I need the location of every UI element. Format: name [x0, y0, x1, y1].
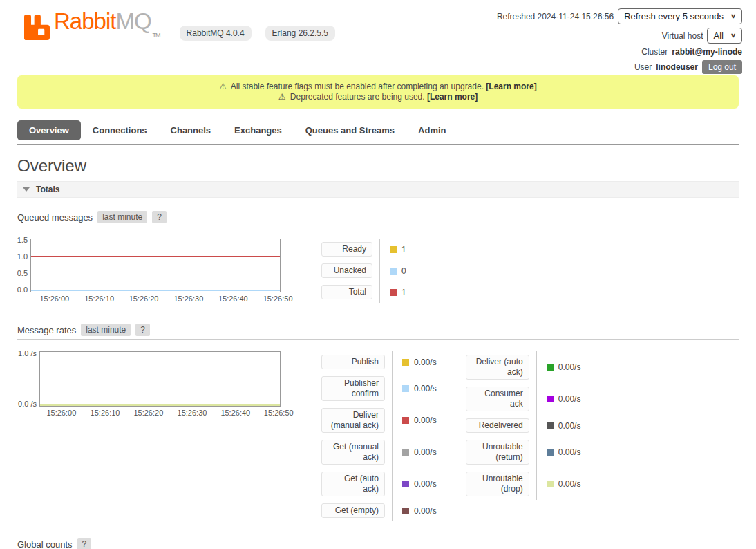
tab-queues-and-streams[interactable]: Queues and Streams	[294, 120, 406, 140]
x-tick: 15:26:30	[178, 409, 207, 417]
legend-swatch	[547, 481, 554, 487]
x-tick: 15:26:40	[218, 295, 248, 303]
x-tick: 15:26:10	[84, 295, 114, 303]
rates-help-icon[interactable]: ?	[135, 324, 150, 336]
legend-value: 1	[401, 245, 406, 254]
brand-wordmark: RabbitMQTM	[54, 8, 160, 48]
legend-value: 1	[401, 288, 406, 297]
message-rates-legend-left: Publish 0.00/s Publisher confirm 0.00/s …	[321, 351, 437, 521]
cluster-name: rabbit@my-linode	[672, 47, 742, 57]
legend-swatch	[390, 289, 397, 296]
chevron-down-icon: ∨	[730, 12, 736, 19]
legend-row: Ready 1	[321, 239, 406, 260]
legend-value: 0.00/s	[414, 384, 437, 393]
logout-button[interactable]: Log out	[702, 60, 742, 74]
legend-value: 0.00/s	[414, 357, 437, 367]
page-title: Overview	[17, 156, 739, 176]
rates-timespan-chip[interactable]: last minute	[81, 324, 131, 336]
legend-swatch	[390, 268, 397, 274]
legend-row: Unroutable (drop) 0.00/s	[466, 468, 581, 500]
refresh-interval-value: Refresh every 5 seconds	[624, 11, 724, 21]
legend-value: 0	[401, 266, 406, 276]
queued-timespan-chip[interactable]: last minute	[97, 211, 147, 223]
legend-label-deliver-manual-ack: Deliver (manual ack)	[321, 408, 385, 433]
legend-swatch	[547, 364, 554, 371]
tab-bar: Overview Connections Channels Exchanges …	[17, 120, 739, 145]
legend-row: Get (manual ack) 0.00/s	[321, 436, 437, 468]
rabbitmq-logo[interactable]: RabbitMQTM	[24, 8, 160, 48]
x-tick: 15:26:20	[133, 409, 163, 417]
legend-value: 0.00/s	[414, 416, 437, 425]
legend-value: 0.00/s	[414, 447, 437, 457]
message-rates-legend-right: Deliver (auto ack) 0.00/s Consumer ack 0…	[466, 351, 581, 500]
y-tick: 1.5	[17, 236, 28, 244]
legend-swatch	[390, 246, 397, 253]
legend-value: 0.00/s	[414, 479, 437, 489]
queued-messages-legend: Ready 1 Unacked 0 Total 1	[321, 239, 406, 303]
legend-label-get-empty: Get (empty)	[321, 503, 385, 518]
message-rates-chart: 1.0 /s 0.0 /s 15:26:00 15:26:10 15:26:20…	[17, 351, 308, 407]
totals-section-toggle[interactable]: Totals	[17, 181, 739, 198]
queued-messages-plot-area: 1.5 1.0 0.5 0.0 15:26:00 15:26:10 15:26:…	[30, 239, 281, 292]
message-rates-plot-area: 1.0 /s 0.0 /s 15:26:00 15:26:10 15:26:20…	[39, 351, 281, 407]
y-tick: 1.0	[17, 252, 28, 261]
rabbitmq-logo-icon	[24, 15, 50, 42]
tab-channels[interactable]: Channels	[159, 120, 223, 140]
y-tick: 0.0 /s	[18, 400, 37, 408]
queued-help-icon[interactable]: ?	[152, 211, 167, 223]
x-tick: 15:26:00	[39, 295, 69, 303]
legend-row: Total 1	[321, 281, 406, 303]
legend-row: Deliver (auto ack) 0.00/s	[466, 351, 581, 383]
banner-text: All stable feature flags must be enabled…	[231, 82, 484, 91]
unroutable-drop-series-line	[40, 404, 280, 406]
totals-label: Totals	[36, 185, 59, 194]
x-tick: 15:26:50	[264, 409, 294, 417]
tab-admin[interactable]: Admin	[406, 120, 457, 140]
virtual-host-value: All	[713, 30, 723, 41]
legend-label-redelivered: Redelivered	[466, 418, 529, 433]
legend-label-deliver-auto-ack: Deliver (auto ack)	[466, 355, 529, 380]
global-counts-help-icon[interactable]: ?	[77, 538, 92, 549]
brand-mq: MQ	[115, 8, 151, 34]
legend-swatch	[402, 508, 409, 514]
virtual-host-label: Virtual host	[662, 31, 703, 41]
legend-swatch	[402, 481, 409, 487]
legend-value: 0.00/s	[558, 447, 581, 457]
warning-icon: ⚠	[219, 82, 227, 91]
chevron-down-icon: ∨	[730, 32, 736, 39]
queued-messages-section: 1.5 1.0 0.5 0.0 15:26:00 15:26:10 15:26:…	[17, 239, 739, 303]
legend-value: 0.00/s	[558, 362, 581, 372]
legend-value: 0.00/s	[558, 394, 581, 404]
legend-swatch	[402, 385, 409, 392]
legend-row: Get (auto ack) 0.00/s	[321, 468, 437, 500]
legend-value: 0.00/s	[558, 421, 581, 431]
legend-swatch	[402, 417, 409, 424]
y-tick: 0.5	[17, 269, 28, 277]
refresh-interval-select[interactable]: Refresh every 5 seconds ∨	[618, 8, 742, 24]
user-label: User	[634, 62, 652, 72]
legend-row: Deliver (manual ack) 0.00/s	[321, 404, 437, 436]
queued-messages-title: Queued messages	[17, 212, 93, 223]
brand-rabbit: Rabbit	[54, 8, 115, 34]
brand-tm: TM	[153, 32, 160, 39]
legend-label-publish: Publish	[321, 355, 385, 369]
learn-more-link[interactable]: [Learn more]	[486, 82, 536, 91]
queued-messages-chart: 1.5 1.0 0.5 0.0 15:26:00 15:26:10 15:26:…	[17, 239, 308, 292]
legend-row: Unacked 0	[321, 260, 406, 281]
user-name: linodeuser	[656, 62, 698, 72]
legend-label-total: Total	[321, 285, 372, 299]
tab-overview[interactable]: Overview	[17, 120, 81, 140]
tab-connections[interactable]: Connections	[81, 120, 159, 140]
y-tick: 0.0	[17, 286, 28, 294]
legend-swatch	[547, 396, 554, 402]
legend-row: Consumer ack 0.00/s	[466, 383, 581, 415]
tab-exchanges[interactable]: Exchanges	[223, 120, 294, 140]
banner-line-feature-flags: ⚠ All stable feature flags must be enabl…	[24, 82, 732, 92]
message-rates-section: 1.0 /s 0.0 /s 15:26:00 15:26:10 15:26:20…	[17, 351, 739, 521]
virtual-host-select[interactable]: All ∨	[707, 28, 742, 44]
warning-icon: ⚠	[278, 92, 286, 102]
legend-label-unroutable-drop: Unroutable (drop)	[466, 472, 529, 496]
banner-line-deprecated: ⚠ Deprecated features are being used. [L…	[24, 92, 732, 102]
learn-more-link[interactable]: [Learn more]	[427, 92, 478, 102]
legend-row: Redelivered 0.00/s	[466, 415, 581, 436]
